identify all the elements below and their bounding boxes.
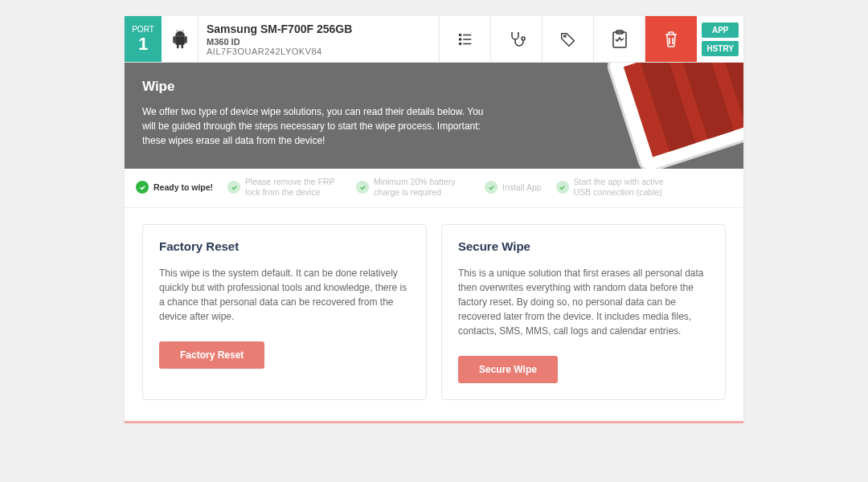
app-window: PORT 1 Samsung SM-F700F 256GB M360 ID AI…: [125, 16, 743, 423]
device-name: Samsung SM-F700F 256GB: [207, 22, 431, 35]
secure-wipe-card: Secure Wipe This is a unique solution th…: [441, 224, 726, 400]
check-icon: [356, 181, 369, 194]
port-label: PORT: [132, 25, 154, 34]
m360-label: M360 ID: [207, 37, 431, 47]
status-label: Please remove the FRP lock from the devi…: [245, 177, 342, 198]
hero-banner: Wipe We offer two type of device wipe so…: [125, 63, 743, 169]
diagnostics-icon[interactable]: [491, 16, 542, 62]
report-icon[interactable]: [594, 16, 645, 62]
device-info: Samsung SM-F700F 256GB M360 ID AIL7F3OUA…: [199, 16, 440, 62]
check-icon: [136, 181, 149, 194]
secure-wipe-button[interactable]: Secure Wipe: [458, 356, 558, 383]
check-icon: [227, 181, 240, 194]
hero-text: We offer two type of device wipe solutio…: [142, 104, 496, 148]
cards-container: Factory Reset This wipe is the system de…: [125, 208, 743, 421]
svg-rect-8: [613, 32, 626, 47]
android-icon: [162, 16, 199, 62]
status-ready: Ready to wipe!: [136, 181, 213, 194]
status-row: Ready to wipe! Please remove the FRP loc…: [125, 169, 743, 208]
list-icon[interactable]: [440, 16, 491, 62]
card-title: Factory Reset: [159, 239, 410, 253]
status-label: Ready to wipe!: [154, 182, 213, 193]
check-icon: [485, 181, 497, 194]
side-buttons: APP HSTRY: [697, 16, 743, 62]
svg-point-4: [459, 43, 461, 44]
status-label: Install App: [502, 182, 541, 193]
footer-strip: [125, 421, 743, 423]
svg-point-0: [459, 34, 461, 35]
svg-point-6: [522, 37, 525, 40]
status-frp: Please remove the FRP lock from the devi…: [227, 177, 342, 198]
trash-icon[interactable]: [645, 16, 697, 62]
header-bar: PORT 1 Samsung SM-F700F 256GB M360 ID AI…: [125, 16, 743, 63]
status-label: Start the app with active USB connection…: [574, 177, 678, 198]
m360-value: AIL7F3OUAR242LYOKV84: [207, 47, 431, 56]
card-desc: This is a unique solution that first era…: [458, 266, 709, 338]
status-label: Minimum 20% battery charge is required: [374, 177, 470, 198]
status-battery: Minimum 20% battery charge is required: [356, 177, 470, 198]
check-icon: [556, 181, 569, 194]
tag-icon[interactable]: [542, 16, 594, 62]
status-install: Install App: [485, 181, 541, 194]
card-desc: This wipe is the system default. It can …: [159, 266, 410, 324]
card-title: Secure Wipe: [458, 239, 709, 253]
svg-point-7: [564, 35, 566, 36]
svg-point-2: [459, 38, 461, 39]
factory-reset-card: Factory Reset This wipe is the system de…: [142, 224, 427, 400]
port-number: 1: [138, 35, 148, 53]
app-button[interactable]: APP: [702, 22, 739, 38]
tablet-graphic-icon: [534, 63, 743, 169]
status-usb: Start the app with active USB connection…: [556, 177, 678, 198]
port-badge: PORT 1: [125, 16, 162, 62]
factory-reset-button[interactable]: Factory Reset: [159, 341, 264, 369]
hstry-button[interactable]: HSTRY: [702, 41, 739, 56]
